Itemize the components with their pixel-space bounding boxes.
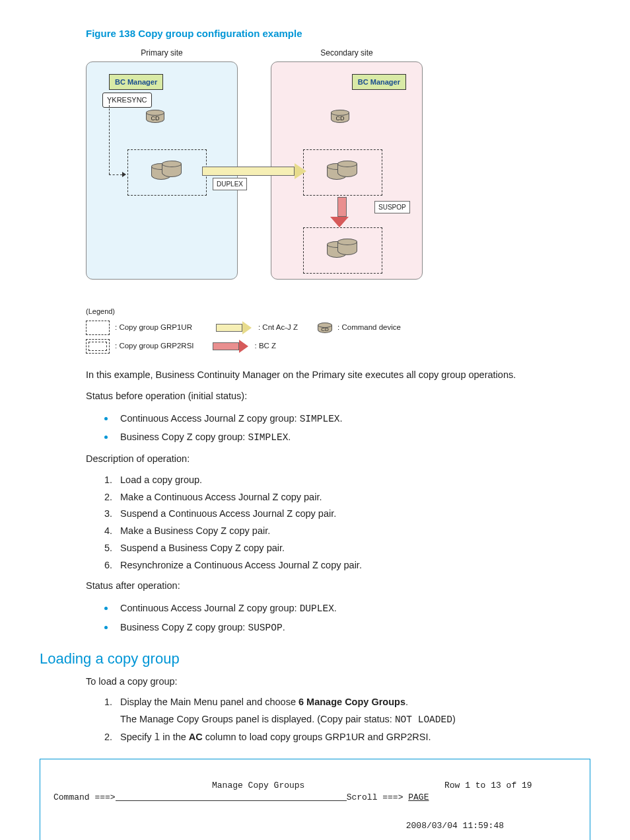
list-item: Display the Main Menu panel and choose 6… — [115, 695, 590, 728]
command-label: Command ===> — [53, 792, 116, 804]
bc-manager-badge-secondary: BC Manager — [352, 74, 406, 91]
section-heading-loading: Loading a copy group — [40, 648, 590, 669]
status-after-list: Continuous Access Journal Z copy group: … — [86, 600, 590, 636]
operation-steps: Load a copy group. Make a Continuous Acc… — [86, 473, 590, 573]
secondary-site-label: Secondary site — [271, 47, 423, 59]
list-item: Continuous Access Journal Z copy group: … — [115, 410, 590, 427]
command-input[interactable] — [116, 792, 347, 801]
status-before-label: Status before operation (initial status)… — [86, 389, 590, 404]
desc-label: Description of operation: — [86, 452, 590, 467]
duplex-arrow-icon — [202, 164, 308, 178]
ykresync-badge: YKRESYNC — [102, 93, 152, 108]
list-item: Make a Continuous Access Journal Z copy … — [115, 490, 590, 505]
grp1ur-secondary-box — [303, 149, 382, 196]
legend-title: (Legend) — [86, 306, 456, 317]
terminal-row-info: Row 1 to 13 of 19 — [444, 780, 577, 792]
legend-grp2-label: : Copy group GRP2RSI — [115, 340, 194, 352]
legend-cmddev-label: : Command device — [337, 322, 401, 333]
list-item: Business Copy Z copy group: SUSPOP. — [115, 619, 590, 636]
loading-lead: To load a copy group: — [86, 675, 590, 689]
list-item: Business Copy Z copy group: SIMPLEX. — [115, 429, 590, 445]
legend-cd-cylinder-icon: CD — [318, 323, 332, 333]
list-item: Resynchronize a Continuous Access Journa… — [115, 558, 590, 573]
suspop-tag: SUSPOP — [374, 201, 410, 213]
diagram: Primary site BC Manager YKRESYNC CD — [86, 47, 456, 354]
cd-cylinder-secondary: CD — [331, 110, 349, 123]
scroll-value[interactable]: PAGE — [408, 792, 429, 804]
storage-pair-icon — [327, 161, 359, 184]
terminal-panel: Manage Copy GroupsRow 1 to 13 of 19 Comm… — [40, 759, 590, 841]
legend-red-arrow-icon — [213, 342, 250, 351]
cd-cylinder-primary: CD — [146, 110, 164, 123]
legend-dashed-box-icon — [86, 321, 110, 335]
primary-site-label: Primary site — [86, 47, 238, 59]
grp2rsi-box — [303, 227, 382, 274]
list-item: Suspend a Business Copy Z copy pair. — [115, 541, 590, 556]
list-item: Continuous Access Journal Z copy group: … — [115, 600, 590, 617]
legend-yellow-arrow-icon — [216, 323, 253, 332]
legend: (Legend) : Copy group GRP1UR : Cnt Ac-J … — [86, 306, 456, 354]
status-after-label: Status after operation: — [86, 579, 590, 593]
legend-bcz-label: : BC Z — [255, 340, 277, 352]
loading-steps: Display the Main Menu panel and choose 6… — [86, 695, 590, 745]
grp1ur-primary-box — [127, 149, 207, 196]
duplex-tag: DUPLEX — [213, 178, 247, 190]
list-item: Make a Business Copy Z copy pair. — [115, 524, 590, 539]
terminal-title: Manage Copy Groups — [212, 780, 444, 792]
figure-title: Figure 138 Copy group configuration exam… — [86, 26, 590, 42]
legend-grp1-label: : Copy group GRP1UR — [115, 322, 192, 333]
terminal-timestamp: 2008/03/04 11:59:48 — [406, 821, 504, 831]
legend-cntacj-label: : Cnt Ac-J Z — [258, 322, 298, 333]
scroll-label: Scroll ===> — [347, 792, 409, 804]
list-item: Suspend a Continuous Access Journal Z co… — [115, 507, 590, 521]
intro-paragraph: In this example, Business Continuity Man… — [86, 368, 590, 383]
bc-manager-badge-primary: BC Manager — [109, 74, 163, 91]
storage-pair-icon — [327, 239, 359, 262]
list-item: Load a copy group. — [115, 473, 590, 488]
list-item: Specify l in the AC column to load copy … — [115, 730, 590, 745]
storage-pair-icon — [151, 161, 183, 184]
status-before-list: Continuous Access Journal Z copy group: … — [86, 410, 590, 446]
